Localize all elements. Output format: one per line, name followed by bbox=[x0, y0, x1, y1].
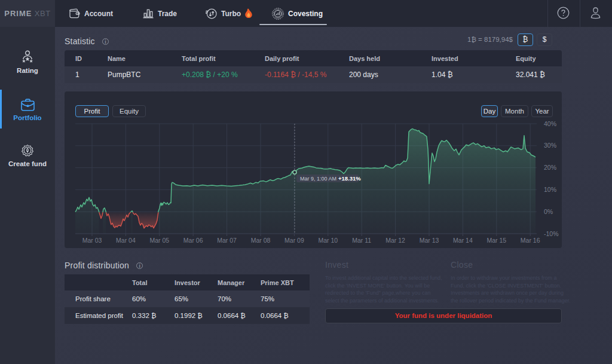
svg-text:20%: 20% bbox=[544, 164, 556, 171]
svg-text:Mar 16: Mar 16 bbox=[521, 237, 540, 244]
svg-text:Mar 05: Mar 05 bbox=[149, 237, 169, 244]
svg-text:Mar 15: Mar 15 bbox=[486, 237, 506, 244]
svg-text:Mar 07: Mar 07 bbox=[217, 237, 237, 244]
svg-text:Mar 10: Mar 10 bbox=[318, 237, 338, 244]
svg-text:-10%: -10% bbox=[544, 230, 559, 237]
svg-text:Mar 14: Mar 14 bbox=[453, 237, 473, 244]
svg-text:Mar 06: Mar 06 bbox=[183, 237, 203, 244]
svg-text:Mar 13: Mar 13 bbox=[420, 237, 439, 244]
svg-text:+18.31%: +18.31% bbox=[338, 175, 361, 182]
svg-text:Mar 03: Mar 03 bbox=[82, 237, 102, 244]
svg-text:Mar 04: Mar 04 bbox=[116, 237, 136, 244]
svg-text:Mar 08: Mar 08 bbox=[251, 237, 271, 244]
svg-text:Mar 12: Mar 12 bbox=[385, 237, 405, 244]
svg-text:10%: 10% bbox=[544, 186, 556, 193]
svg-text:Mar 9, 1:00 AM: Mar 9, 1:00 AM bbox=[300, 176, 336, 182]
svg-text:30%: 30% bbox=[544, 142, 556, 149]
svg-text:40%: 40% bbox=[544, 120, 556, 127]
svg-text:Mar 09: Mar 09 bbox=[284, 237, 304, 244]
svg-text:Mar 11: Mar 11 bbox=[352, 237, 371, 244]
svg-text:0%: 0% bbox=[544, 208, 553, 215]
